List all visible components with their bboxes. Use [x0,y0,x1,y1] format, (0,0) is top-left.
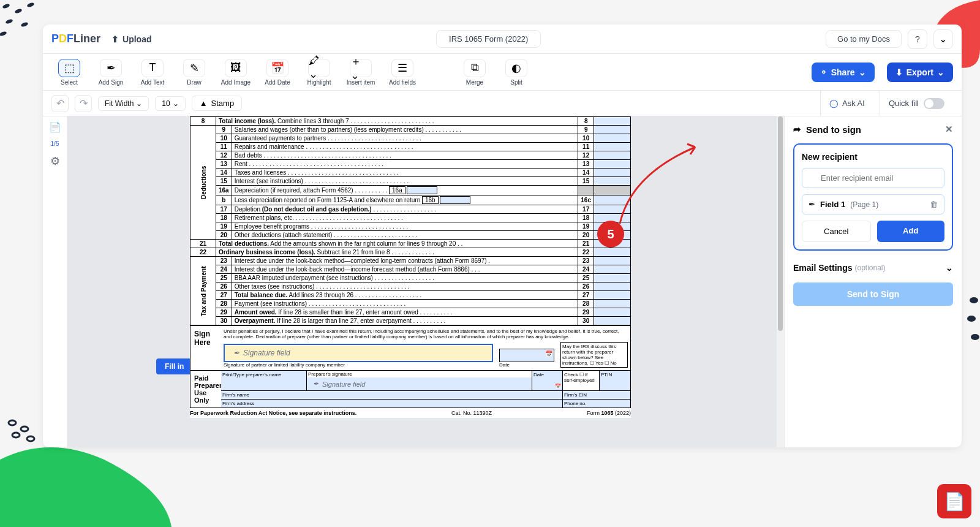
highlight-icon: 🖍 ⌄ [308,59,330,77]
print-type-cell[interactable]: Print/Type preparer's name [221,371,307,390]
plus-icon: ＋ ⌄ [350,59,372,77]
draw-icon: ✎ [183,59,205,77]
help-button[interactable]: ? [908,29,927,49]
undo-button[interactable]: ↶ [51,95,69,112]
new-recipient-title: New recipient [802,152,944,162]
sig-caption: Signature of partner or limited liabilit… [224,362,493,368]
delete-field-button[interactable]: 🗑 [930,200,938,209]
firms-name-cell[interactable]: Firm's name [221,391,563,399]
tool-draw[interactable]: ✎Draw [176,59,212,86]
main-toolbar: ⬚Select ✒Add Sign TAdd Text ✎Draw 🖼Add I… [43,54,962,91]
chevron-down-icon: ⌄ [859,67,866,77]
stamp-icon: ▲ [200,99,208,108]
date-field[interactable]: 📅 [499,349,554,362]
email-settings-toggle[interactable]: Email Settings (optional) ⌄ [793,263,953,273]
svg-point-3 [5,18,13,25]
tool-add-fields[interactable]: ☰Add fields [385,59,420,86]
assigned-field-row: ✒ Field 1 (Page 1) 🗑 [802,194,944,214]
tool-add-text[interactable]: TAdd Text [135,59,170,86]
stamp-button[interactable]: ▲Stamp [192,96,242,111]
svg-point-8 [12,433,20,438]
download-icon: ⬇ [895,67,903,77]
svg-point-5 [0,31,7,37]
merge-icon: ⧉ [464,59,486,77]
svg-point-11 [967,316,976,322]
sign-icon: ✒ [100,59,122,77]
catno-text: Cat. No. 11390Z [451,410,492,416]
goto-docs-button[interactable]: Go to my Docs [826,30,902,48]
redo-button[interactable]: ↷ [75,95,92,112]
add-recipient-button[interactable]: Add [877,221,945,242]
topbar: PDFLiner ⬆Upload IRS 1065 Form (2022) Go… [43,25,962,54]
svg-point-7 [21,427,28,431]
share-icon: ⚬ [820,67,827,77]
ask-ai-button[interactable]: ◯Ask AI [820,91,873,116]
ai-icon: ◯ [829,99,839,108]
page-icon[interactable]: 📄 [49,121,61,133]
panel-header: ➦ Send to sign ✕ [793,124,953,135]
irs-discuss-box: May the IRS discuss this return with the… [560,342,628,368]
tool-highlight[interactable]: 🖍 ⌄Highlight [301,59,337,86]
phone-cell[interactable]: Phone no. [563,400,630,408]
menu-dropdown-button[interactable]: ⌄ [933,29,953,49]
recipient-email-input[interactable] [802,168,944,188]
tool-add-sign[interactable]: ✒Add Sign [93,59,129,86]
svg-point-0 [2,3,10,9]
send-icon: ➦ [793,124,801,135]
settings-button[interactable]: ⚙ [50,154,60,168]
fill-in-button[interactable]: Fill in [156,358,192,374]
app-window: PDFLiner ⬆Upload IRS 1065 Form (2022) Go… [43,25,962,447]
send-to-sign-panel: ➦ Send to sign ✕ New recipient ✒ Field 1… [784,116,962,447]
svg-point-12 [971,334,979,340]
calendar-icon: 📅 [555,384,561,389]
tool-add-date[interactable]: 📅Add Date [260,59,295,86]
svg-point-1 [14,8,22,14]
calendar-icon: 📅 [266,59,288,77]
chevron-down-icon: ⌄ [939,33,947,45]
calendar-icon: 📅 [545,351,552,357]
sign-icon: ✒ [809,200,815,209]
svg-point-2 [26,2,34,8]
svg-point-6 [9,420,16,425]
form-footer: Form 1065 (2022) [587,410,631,416]
svg-point-10 [970,297,978,303]
export-button[interactable]: ⬇Export⌄ [887,63,953,82]
fit-width-dropdown[interactable]: Fit Width⌄ [98,96,149,111]
cursor-icon: ⬚ [58,59,80,77]
svg-point-9 [27,436,34,441]
chevron-down-icon: ⌄ [136,99,142,108]
sign-here-label: Sign Here [190,326,221,370]
tool-select[interactable]: ⬚Select [51,59,87,86]
firms-addr-cell[interactable]: Firm's address [221,400,563,408]
vertical-scrollbar[interactable] [777,116,784,447]
scrollbar-thumb[interactable] [778,116,783,331]
signature-field-1[interactable]: ✒ Signature field [224,344,493,362]
signature-field-2[interactable]: ✒ Signature field [307,377,532,390]
zoom-dropdown[interactable]: 10⌄ [155,96,185,111]
tool-split[interactable]: ◐Split [499,59,534,86]
firms-ein-cell[interactable]: Firm's EIN [563,391,630,399]
perjury-text: Under penalties of perjury, I declare th… [224,328,628,339]
tool-insert-item[interactable]: ＋ ⌄Insert item [343,59,379,86]
callout-arrow [612,138,704,230]
send-to-sign-button[interactable]: Send to Sign [793,282,953,306]
chevron-down-icon: ⌄ [946,263,953,273]
upload-icon: ⬆ [111,34,119,44]
tool-merge[interactable]: ⧉Merge [457,59,492,86]
logo: PDFLiner [51,32,100,45]
close-panel-button[interactable]: ✕ [945,124,953,135]
upload-button[interactable]: ⬆Upload [111,34,151,44]
sub-toolbar: ↶ ↷ Fit Width⌄ 10⌄ ▲Stamp ◯Ask AI Quick … [43,91,962,116]
share-button[interactable]: ⚬Share⌄ [812,63,875,82]
main-area: 📄 1/5 ⚙ Fill in 8Total income (loss). Co… [43,116,962,447]
left-sidebar: 📄 1/5 ⚙ [43,116,67,447]
quick-fill: Quick fill [880,91,953,116]
ptin-cell[interactable]: PTIN [600,371,630,390]
chevron-down-icon: ⌄ [937,67,944,77]
quick-fill-toggle[interactable] [924,98,944,109]
document-title[interactable]: IRS 1065 Form (2022) [436,30,541,48]
self-employed-check[interactable]: Check ☐ if self-employed [563,371,600,390]
preparer-date[interactable]: Date📅 [532,371,563,390]
tool-add-image[interactable]: 🖼Add Image [218,59,254,86]
cancel-button[interactable]: Cancel [802,221,871,242]
